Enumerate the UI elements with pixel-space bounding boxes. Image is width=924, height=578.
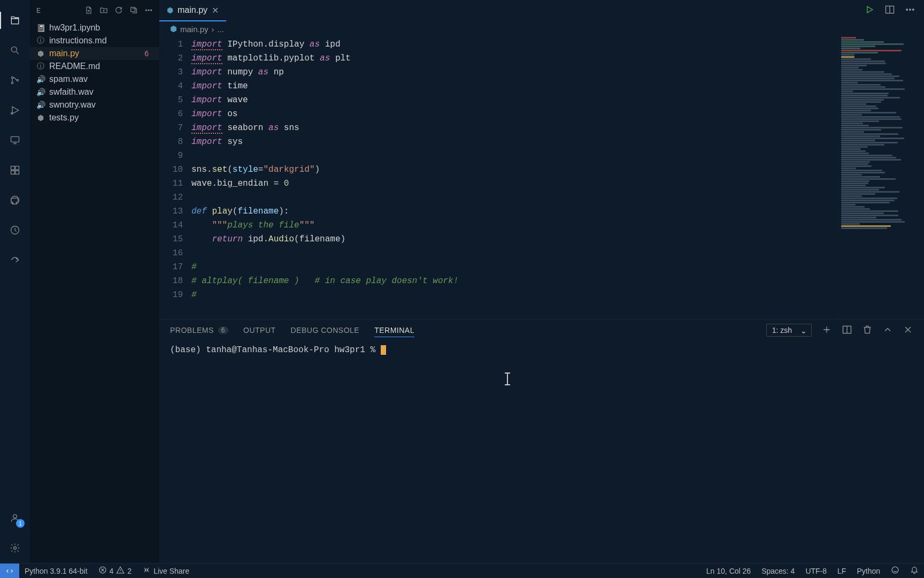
status-label: LF — [837, 567, 846, 575]
svg-point-16 — [145, 10, 147, 11]
status-interpreter[interactable]: Python 3.9.1 64-bit — [19, 567, 93, 575]
status-bar: Python 3.9.1 64-bit 4 2 Live Share Ln 10… — [0, 563, 924, 578]
svg-rect-10 — [16, 171, 19, 174]
svg-point-21 — [910, 9, 911, 11]
svg-point-17 — [148, 10, 149, 11]
terminal-selector[interactable]: 1: zsh ⌄ — [766, 324, 812, 337]
extensions-icon[interactable] — [6, 162, 24, 179]
panel-tab-problems[interactable]: PROBLEMS 6 — [170, 326, 228, 334]
svg-rect-9 — [11, 171, 15, 174]
accounts-badge: 1 — [16, 519, 25, 528]
remote-explorer-icon[interactable] — [6, 132, 24, 149]
terminal-body[interactable]: (base) tanha@Tanhas-MacBook-Pro hw3pr1 % — [159, 341, 924, 563]
file-item[interactable]: 🔊spam.wav — [30, 73, 159, 86]
tab-filename: main.py — [178, 5, 207, 15]
status-eol[interactable]: LF — [832, 566, 851, 576]
svg-point-2 — [11, 77, 13, 78]
status-language[interactable]: Python — [851, 566, 886, 576]
file-item[interactable]: 🔊swfaith.wav — [30, 86, 159, 98]
file-name: README.md — [49, 62, 100, 71]
python-icon: ⬢ — [36, 113, 45, 122]
svg-rect-6 — [11, 136, 19, 142]
maximize-panel-icon[interactable] — [882, 324, 893, 337]
explorer-icon[interactable] — [6, 12, 24, 29]
file-item[interactable]: ⬢tests.py — [30, 111, 159, 124]
new-file-icon[interactable] — [84, 6, 93, 16]
terminal-selector-label: 1: zsh — [772, 326, 792, 334]
status-label: Ln 10, Col 26 — [706, 567, 751, 575]
file-item[interactable]: 🔊swnotry.wav — [30, 98, 159, 111]
code-editor[interactable]: 12345678910111213141516171819 import IPy… — [159, 36, 924, 319]
svg-point-20 — [906, 9, 908, 11]
file-name: swnotry.wav — [49, 100, 96, 110]
python-icon: ⬢ — [36, 49, 45, 58]
more-actions-icon[interactable] — [144, 6, 153, 16]
new-terminal-icon[interactable] — [821, 324, 832, 337]
status-label: Python — [857, 567, 880, 575]
panel-tab-label: TERMINAL — [374, 326, 414, 334]
file-item[interactable]: ⓘinstructions.md — [30, 34, 159, 47]
problems-count: 6 — [218, 326, 228, 334]
run-file-icon[interactable] — [864, 4, 875, 17]
close-tab-icon[interactable]: ✕ — [212, 5, 219, 16]
file-item[interactable]: 📓hw3pr1.ipynb — [30, 21, 159, 34]
timeline-icon[interactable] — [6, 222, 24, 239]
tab-main-py[interactable]: ⬢ main.py ✕ — [159, 0, 226, 21]
file-name: spam.wav — [49, 74, 88, 84]
activity-bar: 1 — [0, 0, 30, 563]
breadcrumb-more: ... — [218, 25, 225, 34]
status-live-share[interactable]: Live Share — [137, 566, 195, 576]
minimap[interactable] — [838, 36, 924, 319]
file-name: swfaith.wav — [49, 87, 94, 97]
kill-terminal-icon[interactable] — [862, 324, 873, 337]
refresh-icon[interactable] — [114, 6, 123, 16]
status-cursor-position[interactable]: Ln 10, Col 26 — [701, 566, 756, 576]
remote-indicator[interactable] — [0, 564, 19, 578]
status-indentation[interactable]: Spaces: 4 — [756, 566, 800, 576]
bottom-panel: PROBLEMS 6 OUTPUT DEBUG CONSOLE TERMINAL… — [159, 319, 924, 563]
new-folder-icon[interactable] — [99, 6, 108, 16]
panel-tab-label: PROBLEMS — [170, 326, 214, 334]
collapse-all-icon[interactable] — [129, 6, 138, 16]
breadcrumb[interactable]: ⬢ main.py › ... — [159, 21, 924, 36]
panel-tab-output[interactable]: OUTPUT — [243, 326, 276, 334]
svg-point-5 — [11, 112, 13, 114]
svg-point-4 — [17, 79, 18, 81]
file-item[interactable]: ⓘREADME.md — [30, 60, 159, 73]
accounts-icon[interactable]: 1 — [6, 509, 24, 527]
svg-point-14 — [14, 547, 17, 550]
file-name: hw3pr1.ipynb — [49, 23, 100, 33]
panel-tab-terminal[interactable]: TERMINAL — [374, 326, 414, 337]
notebook-icon: 📓 — [36, 24, 45, 32]
chevron-down-icon: ⌄ — [800, 326, 807, 335]
editor-area: ⬢ main.py ✕ ⬢ main.py › ... 123456789101… — [159, 0, 924, 563]
code-content[interactable]: import IPython.display as ipdimport matp… — [191, 36, 924, 319]
svg-point-1 — [11, 47, 17, 52]
status-warning-count: 2 — [127, 567, 132, 575]
file-item[interactable]: ⬢main.py6 — [30, 47, 159, 60]
github-icon[interactable] — [6, 192, 24, 209]
split-editor-icon[interactable] — [884, 4, 895, 17]
panel-tab-debug-console[interactable]: DEBUG CONSOLE — [291, 326, 360, 334]
status-label: Python 3.9.1 64-bit — [25, 567, 88, 575]
sidebar-title: E — [36, 7, 41, 14]
share-icon[interactable] — [6, 252, 24, 269]
file-name: instructions.md — [49, 36, 107, 45]
svg-point-25 — [145, 569, 148, 571]
search-icon[interactable] — [6, 42, 24, 59]
breadcrumb-file: main.py — [180, 25, 209, 34]
svg-rect-15 — [131, 7, 135, 11]
status-problems[interactable]: 4 2 — [93, 566, 137, 576]
python-file-icon: ⬢ — [170, 24, 177, 34]
source-control-icon[interactable] — [6, 72, 24, 89]
status-encoding[interactable]: UTF-8 — [800, 566, 832, 576]
status-notifications-icon[interactable] — [905, 566, 924, 576]
status-feedback-icon[interactable] — [886, 566, 905, 576]
close-panel-icon[interactable] — [903, 324, 913, 337]
panel-tabs: PROBLEMS 6 OUTPUT DEBUG CONSOLE TERMINAL… — [159, 320, 924, 341]
run-debug-icon[interactable] — [6, 102, 24, 119]
editor-more-icon[interactable] — [905, 4, 915, 17]
split-terminal-icon[interactable] — [842, 324, 852, 337]
settings-gear-icon[interactable] — [6, 539, 24, 557]
chevron-right-icon: › — [212, 25, 214, 34]
